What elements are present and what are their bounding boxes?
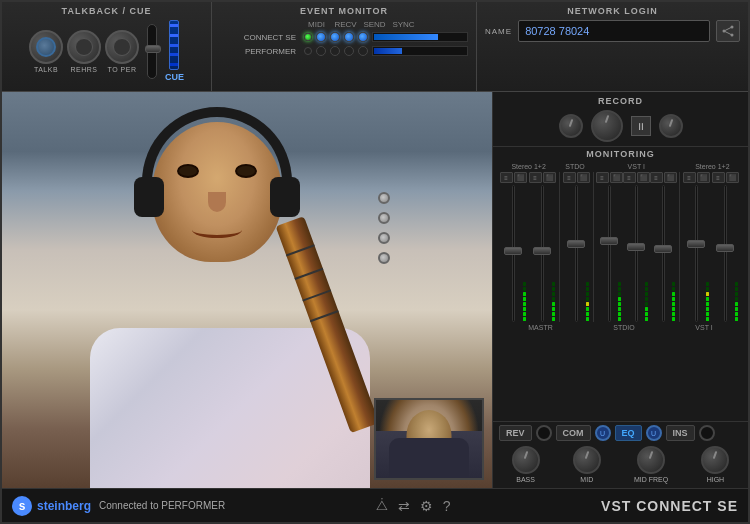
name-input[interactable]: [518, 20, 710, 42]
vu-seg: [706, 297, 709, 301]
ch5-handle[interactable]: [627, 243, 645, 251]
ch8-btn2[interactable]: ⬛: [726, 172, 739, 183]
rev-toggle[interactable]: [536, 425, 552, 441]
help-icon[interactable]: ?: [443, 498, 451, 514]
vu-seg: [618, 307, 621, 311]
steinberg-logo: s steinberg: [12, 496, 91, 516]
ch2-vu: [551, 185, 556, 322]
ch7-btn1[interactable]: ≡: [683, 172, 696, 183]
ch5-btn2[interactable]: ⬛: [637, 172, 650, 183]
ch6-btn2[interactable]: ⬛: [664, 172, 677, 183]
group4-channels: ≡ ⬛: [682, 172, 739, 322]
vu-seg: [618, 317, 621, 321]
eq-toggle[interactable]: U: [646, 425, 662, 441]
monitoring-title: MONITORING: [497, 149, 744, 159]
com-chip[interactable]: COM: [556, 425, 591, 441]
group-label-stdo: STDO: [560, 163, 590, 170]
ch5-btn1[interactable]: ≡: [623, 172, 636, 183]
tuners: [378, 192, 390, 264]
performer-send-led: [344, 46, 354, 56]
ins-chip[interactable]: INS: [666, 425, 695, 441]
vu-seg: [552, 317, 555, 321]
ch3-btn2[interactable]: ⬛: [577, 172, 590, 183]
label-mastr: MASTR: [528, 324, 553, 331]
ins-toggle[interactable]: [699, 425, 715, 441]
ch3-btn1[interactable]: ≡: [563, 172, 576, 183]
ch4-btn2[interactable]: ⬛: [610, 172, 623, 183]
video-area: [2, 92, 492, 488]
steinberg-name: steinberg: [37, 499, 91, 513]
person-area: [60, 92, 400, 488]
tuner3: [378, 232, 390, 244]
vu-seg: [706, 292, 709, 296]
mixer-icon[interactable]: ⧊: [376, 497, 388, 514]
headphone-right-cup: [270, 177, 300, 217]
top-bar: TALKBACK / CUE TALKB REHRS: [2, 2, 748, 92]
ch1-vu: [522, 185, 527, 322]
vu-seg: [618, 297, 621, 301]
ch6-btn1[interactable]: ≡: [650, 172, 663, 183]
ch6-handle[interactable]: [654, 245, 672, 253]
rehrs-button[interactable]: [67, 30, 101, 64]
ch1-buttons: ≡ ⬛: [500, 172, 527, 183]
share-button[interactable]: [716, 20, 740, 42]
headphone-arc: [142, 107, 292, 187]
ch4-handle[interactable]: [600, 237, 618, 245]
event-header-row: MIDI RECV SEND SYNC: [220, 20, 468, 29]
channel-5: ≡ ⬛: [623, 172, 649, 322]
vu-seg: [735, 307, 738, 311]
ch3-fader: [562, 185, 590, 322]
midfreq-knob[interactable]: [637, 446, 665, 474]
channel-6: ≡ ⬛: [650, 172, 676, 322]
com-toggle[interactable]: U: [595, 425, 611, 441]
ch8-handle[interactable]: [716, 244, 734, 252]
ch1-btn2[interactable]: ⬛: [514, 172, 527, 183]
bass-knob[interactable]: [512, 446, 540, 474]
ch8-btn1[interactable]: ≡: [712, 172, 725, 183]
ch7-fader: [682, 185, 710, 322]
connection-icon[interactable]: ⇄: [398, 498, 410, 514]
vu-seg: [735, 282, 738, 286]
vu-seg: [586, 312, 589, 316]
record-title: RECORD: [499, 96, 742, 106]
rev-chip[interactable]: REV: [499, 425, 532, 441]
ch2-btn2[interactable]: ⬛: [543, 172, 556, 183]
vu-seg: [552, 312, 555, 316]
connect-se-midi-led: [316, 32, 326, 42]
vu-seg: [552, 282, 555, 286]
ch1-handle[interactable]: [504, 247, 522, 255]
ch6-rail: [662, 185, 665, 322]
gear-icon[interactable]: ⚙: [420, 498, 433, 514]
midfreq-knob-group: MID FREQ: [634, 446, 668, 483]
ch2-btn1[interactable]: ≡: [529, 172, 542, 183]
eq-chip[interactable]: EQ: [615, 425, 642, 441]
vu-seg: [618, 312, 621, 316]
pause-button[interactable]: ⏸: [631, 116, 651, 136]
status-text: Connected to PERFORMER: [99, 500, 225, 511]
connect-se-meter: [372, 32, 468, 42]
cue-btn-group: CUE: [165, 20, 184, 82]
group3-channels: ≡ ⬛: [596, 172, 680, 322]
mid-knob[interactable]: [573, 446, 601, 474]
ch7-vu: [705, 185, 710, 322]
high-knob[interactable]: [701, 446, 729, 474]
effects-bar: REV COM U EQ U INS: [493, 421, 748, 488]
toper-button[interactable]: [105, 30, 139, 64]
mid-knob-group: MID: [573, 446, 601, 483]
ch3-handle[interactable]: [567, 240, 585, 248]
pip-video: [374, 398, 484, 480]
connect-se-sync-led: [358, 32, 368, 42]
vu-seg: [523, 302, 526, 306]
ch1-btn1[interactable]: ≡: [500, 172, 513, 183]
connect-se-label: CONNECT SE: [220, 33, 300, 42]
cue-slider[interactable]: [147, 24, 157, 79]
ch7-handle[interactable]: [687, 240, 705, 248]
vu-seg: [552, 307, 555, 311]
ch4-btn1[interactable]: ≡: [596, 172, 609, 183]
talkb-button[interactable]: [29, 30, 63, 64]
record-knob-3[interactable]: [659, 114, 683, 138]
record-knob-2[interactable]: [591, 110, 623, 142]
ch7-btn2[interactable]: ⬛: [697, 172, 710, 183]
record-knob-1[interactable]: [559, 114, 583, 138]
ch2-handle[interactable]: [533, 247, 551, 255]
